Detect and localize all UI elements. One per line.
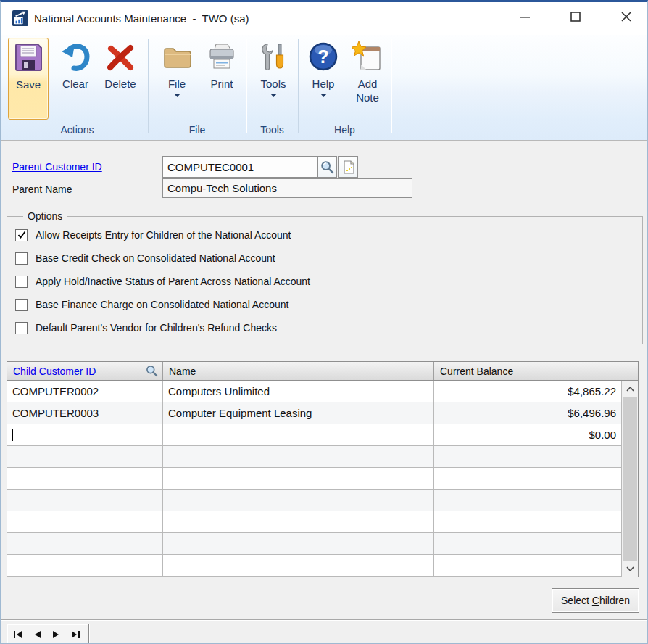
grid-cell-child-customer-id[interactable] bbox=[7, 555, 163, 576]
checkbox-box[interactable] bbox=[15, 322, 28, 334]
group-separator bbox=[246, 39, 246, 133]
grid-cell-child-customer-id[interactable] bbox=[7, 533, 163, 554]
options-legend: Options bbox=[23, 210, 67, 222]
scrollbar-thumb[interactable] bbox=[623, 397, 637, 561]
tools-icon bbox=[257, 41, 289, 73]
group-separator bbox=[148, 39, 149, 133]
next-record-button[interactable] bbox=[46, 624, 66, 644]
grid-header-name[interactable]: Name bbox=[163, 362, 434, 380]
checkbox-label: Apply Hold/Inactive Status of Parent Acr… bbox=[36, 276, 310, 287]
maximize-button[interactable] bbox=[559, 2, 592, 31]
add-note-button[interactable]: Add Note bbox=[347, 38, 388, 120]
printer-icon bbox=[206, 41, 238, 73]
grid-cell-current-balance[interactable] bbox=[434, 446, 621, 467]
save-button-label: Save bbox=[16, 78, 41, 92]
parent-customer-id-note-button[interactable] bbox=[338, 156, 358, 178]
grid-cell-name[interactable] bbox=[163, 511, 434, 532]
grid-cell-current-balance[interactable] bbox=[434, 511, 621, 532]
checkbox-label: Allow Receipts Entry for Children of the… bbox=[36, 229, 291, 241]
grid-row bbox=[7, 511, 621, 533]
grid-cell-name[interactable] bbox=[163, 468, 434, 489]
checkbox-base-credit-check[interactable]: Base Credit Check on Consolidated Nation… bbox=[15, 252, 275, 265]
checkbox-label: Base Credit Check on Consolidated Nation… bbox=[36, 252, 275, 264]
magnifier-icon[interactable] bbox=[146, 365, 158, 377]
grid-cell-current-balance[interactable] bbox=[434, 468, 621, 489]
grid-cell-current-balance[interactable] bbox=[434, 490, 621, 511]
grid-cell-child-customer-id[interactable] bbox=[7, 424, 163, 445]
delete-x-icon bbox=[104, 41, 136, 73]
grid-row bbox=[7, 555, 621, 577]
grid-cell-child-customer-id[interactable] bbox=[7, 446, 163, 467]
grid-cell-name[interactable]: Computer Equipment Leasing bbox=[163, 402, 434, 424]
scroll-down-button[interactable] bbox=[622, 561, 638, 577]
scroll-up-button[interactable] bbox=[622, 381, 638, 397]
checkbox-box[interactable] bbox=[15, 252, 28, 265]
grid-cell-child-customer-id[interactable]: COMPUTER0002 bbox=[7, 381, 163, 402]
vertical-scrollbar[interactable] bbox=[621, 381, 638, 577]
parent-customer-id-field[interactable]: COMPUTEC0001 bbox=[162, 156, 317, 178]
magnifier-icon bbox=[320, 160, 334, 174]
tools-menu-button[interactable]: Tools bbox=[253, 38, 294, 120]
grid-cell-current-balance[interactable]: $6,496.96 bbox=[434, 402, 621, 424]
folder-icon bbox=[161, 41, 193, 73]
grid-cell-current-balance[interactable]: $4,865.22 bbox=[434, 381, 621, 402]
grid-row bbox=[7, 490, 621, 511]
clear-button[interactable]: Clear bbox=[56, 38, 95, 120]
help-icon: ? bbox=[307, 41, 339, 73]
grid-cell-child-customer-id[interactable] bbox=[7, 490, 163, 511]
delete-button[interactable]: Delete bbox=[98, 38, 143, 120]
grid-cell-name[interactable] bbox=[163, 446, 434, 467]
grid-cell-current-balance[interactable]: $0.00 bbox=[434, 424, 621, 445]
grid-cell-current-balance[interactable] bbox=[434, 533, 621, 554]
grid-header-child-customer-id[interactable]: Child Customer ID bbox=[7, 362, 163, 380]
ribbon-group-actions-label: Actions bbox=[7, 124, 148, 136]
checkbox-apply-hold-inactive[interactable]: Apply Hold/Inactive Status of Parent Acr… bbox=[15, 275, 310, 288]
last-record-button[interactable] bbox=[66, 624, 86, 644]
grid-cell-name[interactable]: Computers Unlimited bbox=[163, 381, 434, 402]
ribbon-group-tools-label: Tools bbox=[246, 124, 298, 136]
checkbox-box[interactable] bbox=[15, 276, 28, 288]
add-note-icon bbox=[352, 41, 383, 73]
national-accounts-maintenance-window: National Accounts Maintenance - TWO (sa) bbox=[0, 0, 648, 644]
grid-cell-child-customer-id[interactable] bbox=[7, 511, 163, 532]
add-note-label: Add Note bbox=[351, 78, 384, 105]
child-customer-id-link[interactable]: Child Customer ID bbox=[13, 366, 96, 377]
checkbox-box[interactable] bbox=[15, 299, 28, 311]
print-button[interactable]: Print bbox=[202, 38, 242, 120]
checkbox-label: Base Finance Charge on Consolidated Nati… bbox=[36, 299, 288, 310]
grid-cell-name[interactable] bbox=[163, 424, 434, 445]
first-record-button[interactable] bbox=[7, 624, 27, 644]
chevron-up-icon bbox=[626, 387, 634, 392]
parent-customer-id-lookup-button[interactable] bbox=[317, 156, 337, 178]
previous-record-button[interactable] bbox=[27, 624, 46, 644]
status-bar-divider bbox=[1, 619, 647, 621]
grid-cell-name[interactable] bbox=[163, 555, 434, 576]
grid-cell-child-customer-id[interactable]: COMPUTER0003 bbox=[7, 402, 163, 424]
save-button[interactable]: Save bbox=[8, 38, 49, 120]
text-caret bbox=[12, 429, 13, 441]
checkbox-base-finance-charge[interactable]: Base Finance Charge on Consolidated Nati… bbox=[15, 298, 288, 311]
grid-header-current-balance[interactable]: Current Balance bbox=[434, 362, 638, 380]
ribbon-toolbar: Save Clear Delete File bbox=[1, 35, 647, 141]
checkbox-allow-receipts-entry[interactable]: Allow Receipts Entry for Children of the… bbox=[15, 228, 291, 242]
undo-arrow-icon bbox=[59, 41, 91, 73]
grid-cell-current-balance[interactable] bbox=[434, 555, 621, 576]
file-menu-button[interactable]: File bbox=[157, 38, 196, 120]
grid-cell-name[interactable] bbox=[163, 533, 434, 554]
grid-cell-child-customer-id[interactable] bbox=[7, 468, 163, 489]
grid-cell-name[interactable] bbox=[163, 490, 434, 511]
help-menu-label: Help bbox=[312, 78, 335, 91]
grid-body: COMPUTER0002Computers Unlimited$4,865.22… bbox=[7, 381, 621, 577]
close-button[interactable] bbox=[610, 2, 643, 31]
tools-menu-label: Tools bbox=[260, 78, 286, 91]
help-menu-button[interactable]: ? Help bbox=[304, 38, 343, 120]
next-record-icon bbox=[52, 630, 61, 639]
checkbox-box[interactable] bbox=[15, 229, 28, 242]
first-record-icon bbox=[12, 630, 22, 639]
select-children-button[interactable]: Select Children bbox=[552, 588, 639, 613]
children-grid: Child Customer ID Name Current Balance C… bbox=[7, 361, 639, 577]
chevron-down-icon bbox=[626, 566, 634, 571]
minimize-button[interactable] bbox=[508, 2, 541, 31]
parent-customer-id-link[interactable]: Parent Customer ID bbox=[12, 161, 102, 173]
checkbox-default-parents-vendor[interactable]: Default Parent's Vendor for Children's R… bbox=[15, 321, 277, 334]
